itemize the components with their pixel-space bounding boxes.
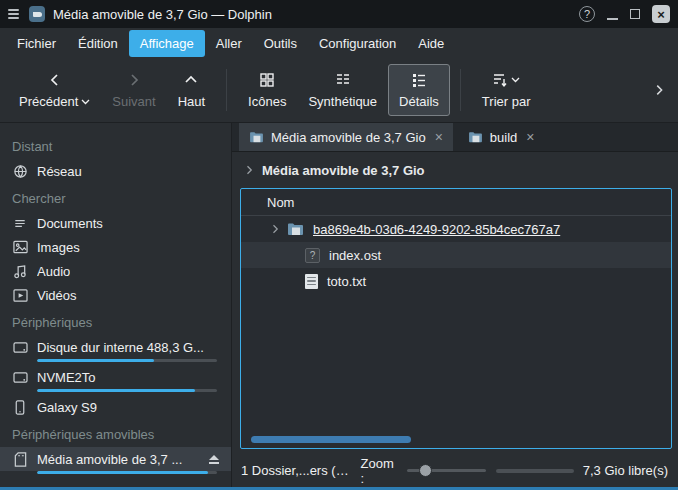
file-name[interactable]: toto.txt: [327, 274, 366, 289]
compact-view-icon: [335, 71, 351, 89]
sidebar-item-reseau[interactable]: Réseau: [0, 159, 231, 183]
text-file-icon: [305, 274, 318, 289]
tab-build[interactable]: build ×: [458, 123, 545, 151]
app-menu-icon[interactable]: [6, 7, 21, 21]
harddrive-icon: [12, 369, 28, 385]
zoom-slider[interactable]: [407, 469, 486, 472]
zoom-slider-knob[interactable]: [419, 464, 432, 477]
toolbar: Précédent Suivant Haut Icônes: [0, 58, 678, 123]
sort-by-button[interactable]: Trier par: [471, 64, 542, 116]
breadcrumb-location[interactable]: Média amovible de 3,7 Gio: [262, 163, 425, 178]
minimize-button[interactable]: [607, 9, 618, 20]
tabbar: Média amovible de 3,7 Gio × build ×: [232, 123, 678, 152]
file-name[interactable]: index.ost: [329, 248, 381, 263]
back-button[interactable]: Précédent: [8, 64, 101, 116]
toolbar-separator: [460, 69, 461, 111]
sidebar-item-galaxy-s9[interactable]: Galaxy S9: [0, 395, 231, 419]
chevron-down-icon: [81, 99, 90, 105]
file-view[interactable]: Nom ba869e4b-03d6-4249-9202-85b4cec767a7…: [240, 188, 672, 449]
section-peripheriques-amovibles: Périphériques amovibles: [0, 419, 231, 447]
section-chercher: Chercher: [0, 183, 231, 211]
unknown-file-icon: ?: [305, 248, 320, 263]
status-summary: 1 Dossier,...ers (99 o): [241, 463, 351, 478]
section-distant: Distant: [0, 131, 231, 159]
tab-media-amovible[interactable]: Média amovible de 3,7 Gio ×: [239, 123, 453, 151]
sidebar-item-disque-interne[interactable]: Disque dur interne 488,3 G...: [0, 335, 231, 359]
free-space-label: 7,3 Gio libre(s): [583, 463, 668, 478]
disk-usage-bar: [37, 389, 217, 392]
expander-chevron-icon[interactable]: [269, 223, 281, 235]
smartphone-icon: [12, 399, 28, 415]
zoom-label: Zoom :: [361, 456, 399, 486]
folder-icon: [249, 131, 264, 143]
file-row-toto-txt[interactable]: toto.txt: [241, 268, 671, 294]
statusbar: 1 Dossier,...ers (99 o) Zoom : 7,3 Gio l…: [232, 454, 678, 487]
disk-usage-bar: [37, 359, 217, 362]
folder-icon: [287, 222, 304, 236]
details-view-icon: [411, 71, 427, 89]
window-title: Média amovible de 3,7 Gio — Dolphin: [53, 7, 272, 22]
file-row-index-ost[interactable]: ? index.ost: [241, 242, 671, 268]
breadcrumb[interactable]: Média amovible de 3,7 Gio: [232, 152, 678, 188]
menu-outils[interactable]: Outils: [253, 30, 308, 57]
disk-usage-bar: [37, 471, 217, 474]
horizontal-scrollbar[interactable]: [251, 436, 411, 443]
menu-aide[interactable]: Aide: [407, 30, 455, 57]
titlebar[interactable]: Média amovible de 3,7 Gio — Dolphin ? ×: [0, 0, 678, 28]
menu-affichage[interactable]: Affichage: [129, 30, 205, 57]
sidebar-item-videos[interactable]: Vidéos: [0, 283, 231, 307]
harddrive-icon: [12, 339, 28, 355]
document-icon: [12, 215, 28, 231]
capacity-bar: [496, 469, 574, 473]
sidebar-item-images[interactable]: Images: [0, 235, 231, 259]
icons-view-button[interactable]: Icônes: [237, 64, 297, 116]
chevron-right-icon: [126, 71, 142, 89]
chevron-left-icon: [47, 71, 63, 89]
window-controls: ? ×: [579, 5, 672, 23]
forward-button[interactable]: Suivant: [101, 64, 166, 116]
column-header-nom[interactable]: Nom: [241, 189, 671, 216]
audio-icon: [12, 263, 28, 279]
sidebar-item-audio[interactable]: Audio: [0, 259, 231, 283]
sidebar-item-nvme2to[interactable]: NVME2To: [0, 365, 231, 389]
chevron-down-icon: [511, 77, 520, 83]
zoom-control: Zoom :: [361, 456, 486, 486]
menu-edition[interactable]: Édition: [67, 30, 129, 57]
free-space-group: 7,3 Gio libre(s): [496, 463, 668, 478]
dolphin-window: Média amovible de 3,7 Gio — Dolphin ? × …: [0, 0, 678, 487]
network-icon: [12, 163, 28, 179]
close-button[interactable]: ×: [652, 5, 670, 23]
titlebar-icons: [6, 6, 45, 22]
section-peripheriques: Périphériques: [0, 307, 231, 335]
eject-icon[interactable]: [209, 455, 221, 464]
up-button[interactable]: Haut: [167, 64, 216, 116]
removable-media-icon: [12, 451, 28, 467]
menu-fichier[interactable]: Fichier: [6, 30, 67, 57]
toolbar-overflow-button[interactable]: [652, 83, 670, 97]
compact-view-button[interactable]: Synthétique: [297, 64, 388, 116]
toolbar-separator: [226, 69, 227, 111]
menu-aller[interactable]: Aller: [205, 30, 253, 57]
help-button[interactable]: ?: [579, 6, 595, 22]
chevron-right-icon: [243, 164, 255, 176]
image-icon: [12, 239, 28, 255]
chevron-up-icon: [183, 71, 199, 89]
tab-close-icon[interactable]: ×: [526, 129, 534, 145]
dolphin-app-icon: [29, 6, 45, 22]
menubar: Fichier Édition Affichage Aller Outils C…: [0, 28, 678, 58]
menu-configuration[interactable]: Configuration: [308, 30, 407, 57]
file-name[interactable]: ba869e4b-03d6-4249-9202-85b4cec767a7: [313, 222, 560, 237]
sidebar-item-media-amovible[interactable]: Média amovible de 3,7 ...: [0, 447, 231, 471]
icons-view-icon: [259, 71, 275, 89]
folder-icon: [468, 131, 483, 143]
tab-close-icon[interactable]: ×: [435, 129, 443, 145]
sort-icon: [492, 72, 508, 88]
chevron-right-icon: [652, 83, 666, 97]
maximize-button[interactable]: [630, 9, 640, 19]
file-row-folder[interactable]: ba869e4b-03d6-4249-9202-85b4cec767a7: [241, 216, 671, 242]
video-icon: [12, 287, 28, 303]
sidebar-item-documents[interactable]: Documents: [0, 211, 231, 235]
places-panel: Distant Réseau Chercher Documents: [0, 123, 232, 487]
details-view-button[interactable]: Détails: [388, 64, 450, 116]
